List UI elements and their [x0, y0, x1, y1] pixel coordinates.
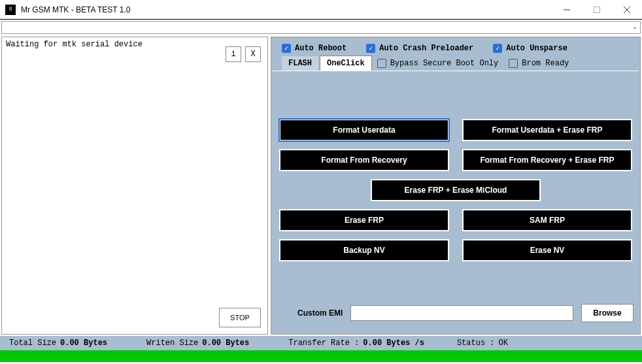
action-buttons: Format Userdata Format Userdata + Erase …: [271, 80, 640, 282]
close-button[interactable]: [612, 0, 642, 20]
status-value: OK: [499, 339, 508, 348]
sam-frp-button[interactable]: SAM FRP: [462, 209, 632, 231]
auto-reboot-checkbox[interactable]: Auto Reboot: [282, 44, 346, 53]
maximize-button[interactable]: [582, 0, 612, 20]
transfer-rate-label: Transfer Rate :: [288, 339, 359, 348]
check-icon: [377, 59, 386, 68]
minimize-button[interactable]: [552, 0, 582, 20]
app-icon: ⠿: [5, 5, 16, 15]
check-icon: [366, 44, 375, 53]
tab-content-border: [273, 71, 639, 80]
titlebar: ⠿ Mr GSM MTK - BETA TEST 1.0: [0, 0, 642, 20]
progress-bar: [0, 350, 642, 362]
tab-oneclick[interactable]: OneClick: [320, 56, 372, 71]
status-bar: Total Size 0.00 Bytes Writen Size 0.00 B…: [0, 336, 642, 350]
check-icon: [493, 44, 502, 53]
backup-nv-button[interactable]: Backup NV: [279, 239, 449, 261]
brom-ready-label: Brom Ready: [522, 59, 569, 68]
device-dropdown[interactable]: ⌄: [1, 21, 641, 34]
format-userdata-button[interactable]: Format Userdata: [279, 119, 449, 141]
format-userdata-frp-button[interactable]: Format Userdata + Erase FRP: [462, 119, 632, 141]
clear-button[interactable]: X: [245, 46, 261, 62]
info-button[interactable]: i: [226, 46, 241, 62]
browse-button[interactable]: Browse: [581, 304, 634, 322]
top-checkbox-row: Auto Reboot Auto Crash Preloader Auto Un…: [271, 37, 640, 56]
bypass-secure-label: Bypass Secure Boot Only: [390, 59, 499, 68]
log-panel: Waiting for mtk serial device i X STOP: [1, 37, 268, 335]
bypass-secure-checkbox[interactable]: Bypass Secure Boot Only: [377, 59, 499, 68]
svg-rect-1: [594, 7, 600, 13]
format-recovery-frp-button[interactable]: Format From Recovery + Erase FRP: [462, 149, 632, 171]
custom-emi-row: Custom EMI Browse: [297, 304, 634, 322]
options-panel: Auto Reboot Auto Crash Preloader Auto Un…: [271, 37, 641, 335]
tab-options: Bypass Secure Boot Only Brom Ready: [377, 59, 569, 68]
written-size-value: 0.00 Bytes: [202, 339, 249, 348]
format-recovery-button[interactable]: Format From Recovery: [279, 149, 449, 171]
custom-emi-input[interactable]: [350, 305, 573, 321]
chevron-down-icon: ⌄: [632, 23, 637, 30]
total-size-value: 0.00 Bytes: [60, 339, 107, 348]
check-icon: [509, 59, 518, 68]
check-icon: [282, 44, 291, 53]
written-size-label: Writen Size: [146, 339, 198, 348]
auto-reboot-label: Auto Reboot: [295, 44, 346, 53]
window-title: Mr GSM MTK - BETA TEST 1.0: [21, 5, 552, 14]
auto-crash-label: Auto Crash Preloader: [379, 44, 473, 53]
tab-flash[interactable]: FLASH: [282, 56, 318, 71]
tab-row: FLASH OneClick Bypass Secure Boot Only B…: [271, 56, 640, 71]
window-controls: [552, 0, 642, 19]
auto-unsparse-checkbox[interactable]: Auto Unsparse: [493, 44, 567, 53]
erase-frp-button[interactable]: Erase FRP: [279, 209, 449, 231]
erase-nv-button[interactable]: Erase NV: [462, 239, 632, 261]
main-area: Waiting for mtk serial device i X STOP A…: [0, 35, 642, 336]
auto-crash-checkbox[interactable]: Auto Crash Preloader: [366, 44, 473, 53]
stop-button[interactable]: STOP: [219, 308, 261, 327]
auto-unsparse-label: Auto Unsparse: [506, 44, 567, 53]
total-size-label: Total Size: [9, 339, 56, 348]
status-label: Status :: [457, 339, 495, 348]
log-controls: i X: [226, 46, 261, 62]
custom-emi-label: Custom EMI: [297, 308, 343, 318]
transfer-rate-value: 0.00 Bytes /s: [363, 339, 424, 348]
erase-frp-micloud-button[interactable]: Erase FRP + Erase MiCloud: [371, 179, 541, 201]
brom-ready-checkbox[interactable]: Brom Ready: [509, 59, 569, 68]
